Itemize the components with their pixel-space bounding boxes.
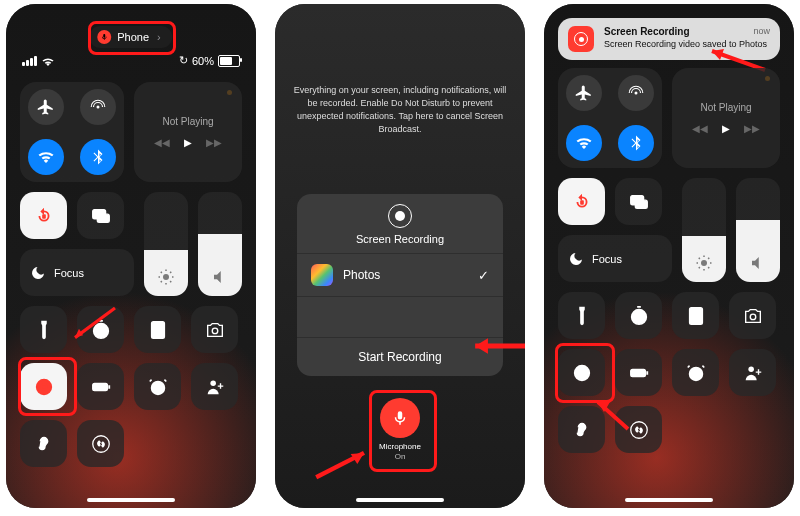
banner-time: now — [753, 26, 770, 36]
destination-app-row[interactable]: Photos ✓ — [297, 253, 503, 296]
screen-mirror-button[interactable] — [77, 192, 124, 239]
play-icon[interactable]: ▶ — [184, 137, 192, 148]
svg-point-0 — [97, 106, 100, 109]
svg-rect-27 — [632, 371, 636, 375]
volume-slider[interactable] — [736, 178, 780, 282]
cellular-icon — [22, 56, 37, 66]
recording-pill[interactable]: Phone › — [89, 26, 172, 48]
volume-slider[interactable] — [198, 192, 242, 296]
mic-indicator-icon — [97, 30, 111, 44]
battery-icon — [218, 55, 240, 67]
shazam-button[interactable] — [77, 420, 124, 467]
microphone-icon — [380, 398, 420, 438]
add-contact-button[interactable] — [729, 349, 776, 396]
svg-point-9 — [41, 384, 47, 390]
record-icon — [388, 204, 412, 228]
rotation-lock-button[interactable] — [558, 178, 605, 225]
focus-button[interactable]: Focus — [20, 249, 134, 296]
screen-recording-sheet: Screen Recording Photos ✓ Start Recordin… — [297, 194, 503, 376]
prev-track-icon[interactable]: ◀◀ — [692, 123, 708, 134]
low-power-button[interactable] — [615, 349, 662, 396]
wifi-toggle[interactable] — [566, 125, 602, 161]
broadcast-info-text[interactable]: Everything on your screen, including not… — [293, 84, 507, 136]
svg-point-29 — [748, 366, 754, 372]
now-playing-label: Not Playing — [700, 102, 751, 113]
airdrop-toggle[interactable] — [80, 89, 116, 125]
battery-pct: 60% — [192, 55, 214, 67]
timer-button[interactable] — [77, 306, 124, 353]
bluetooth-toggle[interactable] — [80, 139, 116, 175]
screen-record-button[interactable] — [558, 349, 605, 396]
svg-point-23 — [750, 314, 756, 320]
svg-rect-19 — [635, 200, 647, 208]
screen-mirror-button[interactable] — [615, 178, 662, 225]
flashlight-button[interactable] — [558, 292, 605, 339]
camera-button[interactable] — [729, 292, 776, 339]
notification-banner[interactable]: Screen Recording Screen Recording video … — [558, 18, 780, 60]
svg-rect-6 — [151, 321, 164, 338]
now-playing-card[interactable]: Not Playing ◀◀ ▶ ▶▶ — [672, 68, 780, 168]
airplane-toggle[interactable] — [28, 89, 64, 125]
pill-label: Phone — [117, 31, 149, 43]
microphone-tile[interactable]: Microphone On — [372, 398, 428, 470]
checkmark-icon: ✓ — [478, 268, 489, 283]
phone-screen-1: Phone › ↻ 60% Not Playing — [6, 4, 256, 508]
orientation-icon: ↻ — [179, 54, 188, 67]
alarm-button[interactable] — [134, 363, 181, 410]
home-indicator[interactable] — [87, 498, 175, 502]
app-name: Photos — [343, 268, 380, 282]
mic-label: Microphone — [379, 442, 421, 452]
now-playing-card[interactable]: Not Playing ◀◀ ▶ ▶▶ — [134, 82, 242, 182]
hearing-button[interactable] — [20, 420, 67, 467]
low-power-button[interactable] — [77, 363, 124, 410]
timer-button[interactable] — [615, 292, 662, 339]
svg-point-20 — [701, 260, 707, 266]
svg-rect-22 — [689, 307, 702, 324]
empty-row — [297, 296, 503, 337]
brightness-slider[interactable] — [682, 178, 726, 282]
svg-point-31 — [630, 421, 647, 438]
focus-button[interactable]: Focus — [558, 235, 672, 282]
hearing-button[interactable] — [558, 406, 605, 453]
wifi-icon — [41, 56, 55, 66]
alarm-button[interactable] — [672, 349, 719, 396]
airdrop-toggle[interactable] — [618, 75, 654, 111]
now-playing-label: Not Playing — [162, 116, 213, 127]
svg-point-7 — [212, 328, 218, 334]
connectivity-card[interactable] — [20, 82, 124, 182]
svg-point-15 — [92, 435, 109, 452]
bluetooth-toggle[interactable] — [618, 125, 654, 161]
banner-title: Screen Recording — [604, 26, 690, 37]
banner-body: Screen Recording video saved to Photos — [604, 39, 767, 49]
next-track-icon[interactable]: ▶▶ — [206, 137, 222, 148]
next-track-icon[interactable]: ▶▶ — [744, 123, 760, 134]
svg-point-13 — [210, 380, 216, 386]
prev-track-icon[interactable]: ◀◀ — [154, 137, 170, 148]
photos-app-icon — [311, 264, 333, 286]
calculator-button[interactable] — [672, 292, 719, 339]
wifi-toggle[interactable] — [28, 139, 64, 175]
phone-screen-3: Screen Recording Screen Recording video … — [544, 4, 794, 508]
control-center-grid: Not Playing ◀◀ ▶ ▶▶ Focus — [20, 82, 242, 477]
svg-point-25 — [579, 370, 585, 376]
camera-button[interactable] — [191, 306, 238, 353]
record-app-icon — [568, 26, 594, 52]
svg-point-16 — [635, 92, 638, 95]
screen-record-button[interactable] — [20, 363, 67, 410]
svg-rect-1 — [42, 214, 46, 219]
play-icon[interactable]: ▶ — [722, 123, 730, 134]
calculator-button[interactable] — [134, 306, 181, 353]
connectivity-card[interactable] — [558, 68, 662, 168]
home-indicator[interactable] — [356, 498, 444, 502]
flashlight-button[interactable] — [20, 306, 67, 353]
start-recording-button[interactable]: Start Recording — [297, 337, 503, 376]
focus-label: Focus — [54, 267, 84, 279]
shazam-button[interactable] — [615, 406, 662, 453]
add-contact-button[interactable] — [191, 363, 238, 410]
brightness-slider[interactable] — [144, 192, 188, 296]
rotation-lock-button[interactable] — [20, 192, 67, 239]
mic-state: On — [379, 452, 421, 462]
airplane-toggle[interactable] — [566, 75, 602, 111]
home-indicator[interactable] — [625, 498, 713, 502]
svg-point-30 — [581, 426, 583, 428]
